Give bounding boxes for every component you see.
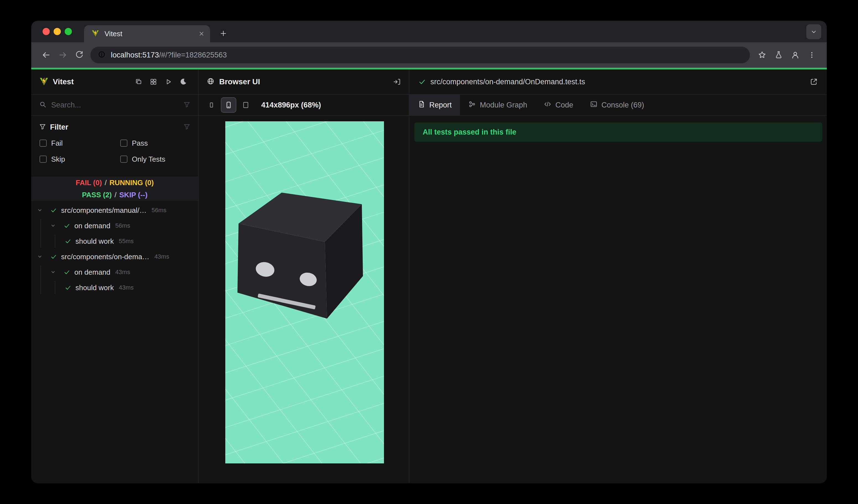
tested-app-viewport[interactable] [225,121,384,464]
filter-checkboxes: Fail Pass Skip Only Tests [39,135,198,167]
funnel-icon [39,123,46,131]
report-tabs: Report Module Graph Code [409,95,827,116]
filter-checkbox-fail[interactable]: Fail [39,135,120,151]
chevron-down-icon[interactable] [36,207,43,214]
filter-checkbox-pass[interactable]: Pass [120,135,198,151]
device-tablet-icon[interactable] [238,97,253,113]
close-tab-icon[interactable] [198,30,205,37]
tree-row-file[interactable]: src/components/on-dema… 43ms [31,249,198,264]
pass-count: PASS (2) [82,191,112,199]
device-phone-icon[interactable] [221,97,236,113]
device-toolbar: 414x896px (68%) [199,95,409,116]
reset-filter-icon[interactable] [183,123,190,131]
new-tab-button[interactable] [216,26,231,41]
vitest-logo-icon [39,76,49,87]
test-duration: 56ms [152,207,166,214]
check-icon [64,238,72,245]
tab-code[interactable]: Code [536,95,582,115]
browser-window: Vitest localhost:5173/#/?file=1828625563 [31,21,827,483]
tab-report[interactable]: Report [409,95,460,115]
tab-title: Vitest [105,30,198,38]
tree-row-test[interactable]: should work 55ms [31,233,198,249]
checkbox-label: Skip [51,155,65,164]
browser-preview-area [199,116,409,483]
panels-icon[interactable] [131,75,146,89]
check-icon [50,207,57,214]
browser-tab[interactable]: Vitest [84,25,210,42]
minimize-window-button[interactable] [54,28,61,35]
checkbox[interactable] [39,156,47,163]
chevron-down-icon[interactable] [49,269,57,276]
test-name: should work [76,283,114,292]
file-pass-check-icon [418,78,426,86]
report-icon [418,100,425,110]
all-tests-passed-banner: All tests passed in this file [414,123,822,142]
chevron-down-icon[interactable] [49,222,57,229]
test-suite-name: on demand [74,268,110,277]
open-external-icon[interactable] [804,78,818,86]
tree-row-suite[interactable]: on demand 43ms [31,264,198,280]
clear-filter-icon[interactable] [183,101,190,109]
checkbox[interactable] [120,156,127,163]
report-header: src/components/on-demand/OnDemand.test.t… [409,69,827,95]
search-input[interactable] [51,101,179,110]
labs-flask-icon[interactable] [770,47,787,63]
search-bar [31,95,198,116]
reload-button[interactable] [71,47,88,63]
fail-count: FAIL (0) [76,179,102,187]
tab-module-graph[interactable]: Module Graph [460,95,536,115]
sidebar-header: Vitest [31,69,198,95]
tree-row-test[interactable]: should work 43ms [31,280,198,295]
tab-search-button[interactable] [806,24,821,39]
test-duration: 55ms [119,238,134,245]
run-all-icon[interactable] [161,75,176,89]
vitest-favicon [91,29,99,38]
tab-console[interactable]: Console (69) [582,95,653,115]
chevron-down-icon[interactable] [36,253,43,260]
filter-section-header: Filter [31,121,198,133]
checkbox[interactable] [120,140,127,147]
test-duration: 43ms [119,284,134,291]
filter-checkbox-skip[interactable]: Skip [39,151,120,167]
profile-avatar-icon[interactable] [787,47,804,63]
tree-guide [55,234,55,248]
tree-row-file[interactable]: src/components/manual/… 56ms [31,202,198,218]
address-bar[interactable]: localhost:5173/#/?file=1828625563 [90,47,750,63]
robot-cube-scene [225,121,384,464]
test-file-name: src/components/manual/… [61,206,146,215]
test-tree: src/components/manual/… 56ms on demand 5… [31,201,198,483]
tree-guide [41,265,41,294]
tab-label: Console (69) [602,101,644,110]
module-graph-icon [468,100,476,110]
check-icon [63,269,70,276]
expand-panel-icon[interactable] [393,78,401,86]
device-phone-small-icon[interactable] [204,97,219,113]
filter-title: Filter [50,123,68,131]
close-window-button[interactable] [43,28,50,35]
app-title: Vitest [53,77,74,86]
tree-row-suite[interactable]: on demand 56ms [31,218,198,233]
forward-button[interactable] [54,47,71,63]
filter-checkbox-only-tests[interactable]: Only Tests [120,151,198,167]
tree-guide [41,219,41,248]
sidebar-header-actions [131,75,190,89]
check-icon [63,222,70,229]
url-text: localhost:5173/#/?file=1828625563 [111,51,227,60]
code-icon [544,100,552,110]
back-button[interactable] [38,47,54,63]
checkbox-label: Only Tests [132,155,165,164]
test-duration: 56ms [115,222,130,229]
checkbox-label: Pass [132,139,148,148]
info-icon[interactable] [98,50,106,60]
tab-label: Code [555,101,573,110]
bookmark-star-icon[interactable] [754,47,770,63]
tab-strip: Vitest [31,21,827,42]
maximize-window-button[interactable] [65,28,72,35]
tab-label: Module Graph [480,101,527,110]
dashboard-grid-icon[interactable] [146,75,161,89]
menu-kebab-icon[interactable] [804,47,820,63]
dark-mode-moon-icon[interactable] [176,75,190,89]
search-icon [39,101,47,110]
checkbox[interactable] [39,140,47,147]
sidebar: Vitest [31,69,199,483]
